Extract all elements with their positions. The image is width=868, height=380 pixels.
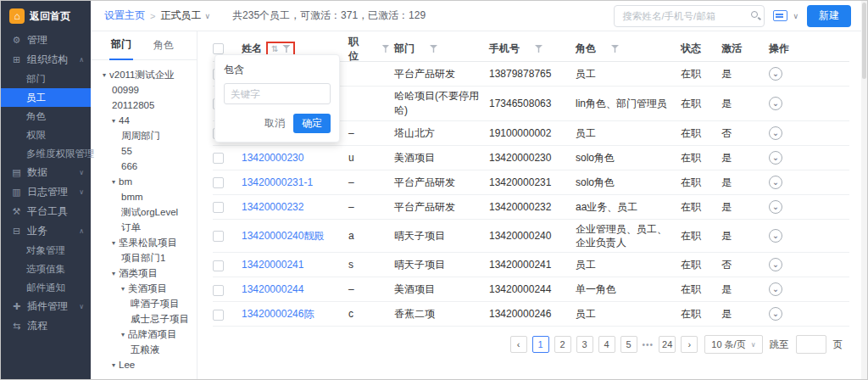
row-actions-icon[interactable]: ⌄	[769, 307, 782, 321]
row-actions-icon[interactable]: ⌄	[769, 67, 782, 81]
tree-item[interactable]: ▾坚果松鼠项目	[91, 235, 197, 250]
tree-item[interactable]: 项目部门1	[91, 250, 197, 265]
tree-item[interactable]: ▾bm	[91, 174, 197, 189]
tree-item[interactable]: ▾Lee	[91, 357, 197, 372]
tree-item[interactable]: 啤酒子项目	[91, 296, 197, 311]
tree-item[interactable]: 55	[91, 143, 197, 159]
card-view-icon[interactable]	[773, 10, 787, 21]
row-actions-icon[interactable]: ⌄	[769, 258, 782, 271]
tree-item[interactable]: ▾品牌酒项目	[91, 327, 197, 342]
sidebar-item[interactable]: 部门	[1, 70, 91, 88]
employee-name-link[interactable]: 13420000232	[242, 200, 303, 214]
back-home-label: 返回首页	[30, 9, 70, 24]
select-all-checkbox[interactable]	[213, 43, 224, 54]
page-button[interactable]: 4	[598, 336, 615, 353]
sidebar-item[interactable]: ⊟业务∧	[1, 221, 91, 241]
plugin-icon: ✚	[11, 301, 22, 312]
sidebar-item[interactable]: 多维度权限管理	[1, 144, 91, 163]
page-button[interactable]: 3	[576, 336, 593, 353]
row-checkbox[interactable]	[213, 285, 224, 296]
page-button[interactable]: 24	[659, 336, 676, 353]
sidebar-item[interactable]: ▥日志管理∨	[1, 182, 91, 202]
filter-icon[interactable]	[611, 45, 619, 53]
filter-confirm-button[interactable]: 确定	[293, 114, 331, 133]
tree-item[interactable]: 666	[91, 159, 197, 174]
sidebar-item[interactable]: ⚒平台工具	[1, 202, 91, 221]
page-button[interactable]: 2	[554, 336, 571, 353]
prev-page-button[interactable]: ‹	[510, 336, 527, 353]
row-checkbox[interactable]	[213, 202, 224, 213]
sidebar-item[interactable]: ▤数据∨	[1, 163, 91, 182]
tree-item[interactable]: 威士忌子项目	[91, 311, 197, 327]
sidebar-item[interactable]: 邮件通知	[1, 278, 91, 297]
filter-icon[interactable]	[382, 45, 389, 53]
tree-item[interactable]: ▾美酒项目	[91, 281, 197, 296]
filter-cancel-button[interactable]: 取消	[264, 116, 285, 131]
sidebar-item[interactable]: 选项值集	[1, 260, 91, 278]
tree-item[interactable]: 周周部门	[91, 128, 197, 143]
tab-role[interactable]: 角色	[152, 31, 175, 59]
row-actions-icon[interactable]: ⌄	[769, 126, 782, 140]
sidebar-item-label: 管理	[27, 33, 47, 48]
row-checkbox[interactable]	[213, 153, 224, 164]
sidebar-item[interactable]: ✚插件管理∨	[1, 297, 91, 316]
tree-item[interactable]: 订单	[91, 220, 197, 235]
sidebar-item[interactable]: ⚙管理	[1, 31, 91, 50]
search-input[interactable]	[614, 5, 765, 27]
row-actions-icon[interactable]: ⌄	[769, 151, 782, 165]
page-size-select[interactable]: 10 条/页 ∨	[704, 335, 762, 354]
sort-icon[interactable]: ⇅	[271, 45, 278, 53]
employee-name-link[interactable]: 13420000230	[242, 151, 303, 165]
row-actions-icon[interactable]: ⌄	[769, 176, 782, 189]
employee-name-link[interactable]: 13420000231-1	[242, 176, 313, 189]
employee-name-link[interactable]: 13420000246陈	[242, 307, 314, 321]
sidebar-item[interactable]: 员工	[1, 88, 91, 107]
scrollbar[interactable]	[861, 1, 867, 379]
employee-name-link[interactable]: 13420000241	[242, 258, 303, 271]
filter-icon[interactable]	[535, 45, 542, 53]
filter-icon[interactable]	[282, 45, 290, 53]
breadcrumb-current[interactable]: 正式员工	[160, 8, 201, 23]
row-actions-icon[interactable]: ⌄	[769, 200, 782, 214]
tree-item[interactable]: 五粮液	[91, 342, 197, 357]
row-checkbox[interactable]	[213, 260, 224, 271]
create-button[interactable]: 新建	[807, 5, 851, 27]
row-actions-icon[interactable]: ⌄	[769, 229, 782, 243]
tree-item[interactable]: 20112805	[91, 98, 197, 113]
tree-item[interactable]: bmm	[91, 189, 197, 204]
tree-item[interactable]: 00999	[91, 82, 197, 98]
tree-item[interactable]: ▾44	[91, 113, 197, 128]
sidebar-item[interactable]: ⊞组织结构∧	[1, 50, 91, 70]
search-icon[interactable]	[751, 11, 758, 18]
filter-keyword-input[interactable]	[224, 83, 331, 104]
tree-item[interactable]: ▾v2011测试企业	[91, 67, 197, 82]
row-actions-icon[interactable]: ⌄	[769, 282, 782, 296]
row-actions-icon[interactable]: ⌄	[769, 97, 782, 110]
scrollbar-thumb[interactable]	[862, 3, 866, 79]
row-checkbox[interactable]	[213, 231, 224, 242]
page-button[interactable]: 5	[620, 336, 637, 353]
sidebar-item[interactable]: 角色	[1, 107, 91, 126]
jump-page-input[interactable]	[796, 335, 826, 354]
breadcrumb-home-link[interactable]: 设置主页	[104, 8, 145, 23]
tree-item[interactable]: ▾酒类项目	[91, 265, 197, 281]
chevron-up-icon: ∧	[79, 56, 84, 64]
topbar-actions: ∨ 新建	[614, 5, 851, 27]
tab-department[interactable]: 部门	[109, 31, 133, 60]
page-button[interactable]: 1	[532, 336, 549, 353]
department-cell: 美酒项目	[394, 282, 489, 297]
chevron-down-icon[interactable]: ∨	[204, 12, 210, 20]
employee-name-link[interactable]: 13420000240靓殿	[242, 229, 324, 243]
next-page-button[interactable]: ›	[681, 336, 698, 353]
sidebar-item[interactable]: 对象管理	[1, 241, 91, 260]
row-checkbox[interactable]	[213, 310, 224, 321]
filter-icon[interactable]	[430, 45, 437, 53]
employee-name-link[interactable]: 13420000244	[242, 282, 303, 296]
row-checkbox[interactable]	[213, 177, 224, 188]
tree-item[interactable]: 测试orgLevel	[91, 204, 197, 220]
chevron-down-icon[interactable]: ∨	[793, 12, 798, 20]
sidebar-item[interactable]: ⇆流程	[1, 316, 91, 336]
chevron-down-icon: ∨	[79, 169, 84, 176]
sidebar-item[interactable]: 权限	[1, 126, 91, 144]
back-home-button[interactable]: ⌂ 返回首页	[1, 1, 91, 31]
